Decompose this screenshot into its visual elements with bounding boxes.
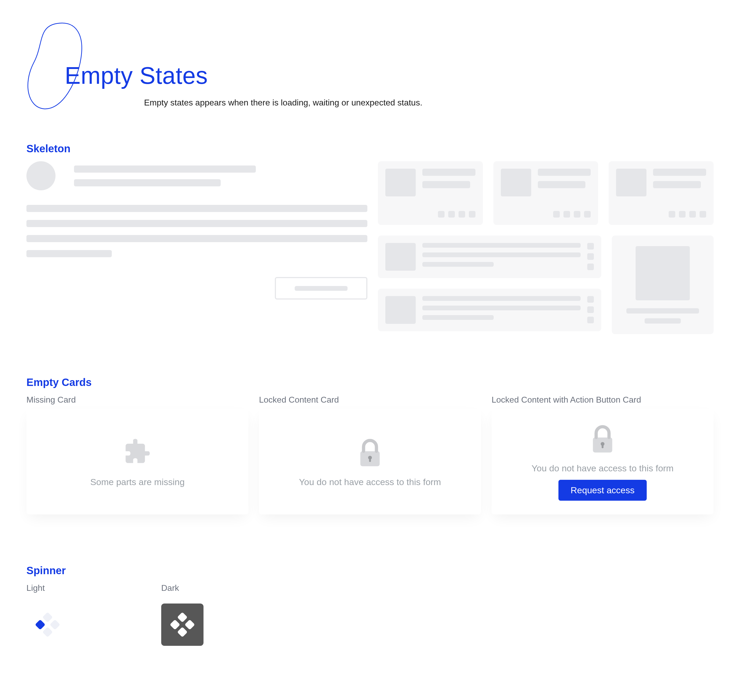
- skeleton-bar: [538, 181, 586, 188]
- skeleton-dot: [553, 211, 560, 218]
- skeleton-bar: [422, 243, 581, 248]
- empty-card-variant-locked-action: Locked Content with Action Button Card Y…: [492, 395, 714, 515]
- spinner-variant-light: Light: [26, 583, 69, 646]
- puzzle-piece-icon: [120, 436, 155, 471]
- page-title: Empty States: [65, 62, 208, 89]
- svg-rect-2: [369, 457, 371, 462]
- skeleton-bar: [295, 286, 348, 291]
- skeleton-article: [26, 161, 367, 300]
- skeleton-bar: [422, 253, 581, 257]
- skeleton-dot: [700, 211, 706, 218]
- skeleton-bar: [26, 205, 367, 212]
- skeleton-bar: [74, 179, 221, 186]
- skeleton-dot: [584, 211, 591, 218]
- skeleton-dot: [587, 263, 594, 270]
- skeleton-bar: [26, 235, 367, 242]
- skeleton-dot: [689, 211, 696, 218]
- skeleton-bar: [645, 318, 681, 324]
- skeleton-bar: [538, 169, 591, 176]
- skeleton-bar: [422, 315, 494, 320]
- skeleton-dot: [669, 211, 675, 218]
- spinner-variant-dark: Dark: [161, 583, 204, 646]
- page-subtitle: Empty states appears when there is loadi…: [144, 98, 422, 107]
- skeleton-dot: [679, 211, 686, 218]
- skeleton-square: [385, 296, 416, 324]
- skeleton-bar: [422, 262, 494, 267]
- section-heading-empty-cards: Empty Cards: [26, 376, 714, 388]
- skeleton-square: [385, 243, 416, 271]
- skeleton-examples: [26, 161, 714, 334]
- variant-label: Dark: [161, 583, 204, 593]
- skeleton-big-card: [612, 235, 714, 334]
- skeleton-image: [636, 246, 690, 300]
- skeleton-panel: [609, 161, 714, 225]
- svg-rect-5: [602, 444, 603, 448]
- lock-icon: [585, 422, 620, 457]
- request-access-button[interactable]: Request access: [558, 480, 647, 501]
- spinner-light: [26, 603, 69, 646]
- skeleton-dot: [448, 211, 455, 218]
- skeleton-bar: [26, 250, 112, 257]
- skeleton-panel: [493, 161, 598, 225]
- skeleton-bar: [422, 306, 581, 310]
- empty-card-message: You do not have access to this form: [532, 463, 673, 474]
- variant-label: Locked Content Card: [259, 395, 481, 405]
- skeleton-dot: [587, 253, 594, 260]
- locked-card: You do not have access to this form: [259, 409, 481, 515]
- skeleton-list-panel: [378, 289, 601, 331]
- skeleton-dot: [458, 211, 465, 218]
- spinner-icon: [37, 614, 58, 635]
- skeleton-square: [501, 169, 531, 196]
- spinner-dark: [161, 603, 204, 646]
- skeleton-dot: [587, 296, 594, 303]
- skeleton-dot: [469, 211, 476, 218]
- spinner-icon: [172, 614, 193, 635]
- lock-icon: [353, 436, 387, 471]
- skeleton-list-panel: [378, 235, 601, 278]
- spinner-row: Light Dark: [26, 583, 714, 646]
- skeleton-bar: [653, 169, 706, 176]
- empty-card-variant-locked: Locked Content Card You do not have acce…: [259, 395, 481, 515]
- skeleton-input: [275, 277, 367, 300]
- skeleton-dot: [587, 243, 594, 250]
- skeleton-dot: [564, 211, 570, 218]
- skeleton-bar: [422, 296, 581, 301]
- section-heading-spinner: Spinner: [26, 565, 714, 576]
- skeleton-square: [385, 169, 416, 196]
- missing-card: Some parts are missing: [26, 409, 248, 515]
- skeleton-dot: [587, 306, 594, 313]
- skeleton-bar: [74, 165, 256, 173]
- skeleton-bar: [422, 169, 476, 176]
- skeleton-panel: [378, 161, 483, 225]
- section-heading-skeleton: Skeleton: [26, 143, 714, 154]
- skeleton-bar: [422, 181, 470, 188]
- locked-action-card: You do not have access to this form Requ…: [492, 409, 714, 515]
- skeleton-panels: [378, 161, 714, 334]
- skeleton-dot: [574, 211, 580, 218]
- skeleton-square: [616, 169, 646, 196]
- skeleton-avatar: [26, 161, 56, 190]
- hero: Empty States Empty states appears when t…: [26, 13, 714, 116]
- empty-card-message: You do not have access to this form: [299, 477, 441, 487]
- skeleton-dot: [438, 211, 445, 218]
- skeleton-bar: [653, 181, 701, 188]
- empty-card-message: Some parts are missing: [90, 477, 185, 487]
- empty-cards-row: Missing Card Some parts are missing Lock…: [26, 395, 714, 515]
- empty-card-variant-missing: Missing Card Some parts are missing: [26, 395, 248, 515]
- variant-label: Light: [26, 583, 69, 593]
- skeleton-dot: [587, 317, 594, 323]
- variant-label: Missing Card: [26, 395, 248, 405]
- skeleton-bar: [626, 308, 699, 313]
- variant-label: Locked Content with Action Button Card: [492, 395, 714, 405]
- skeleton-bar: [26, 220, 367, 227]
